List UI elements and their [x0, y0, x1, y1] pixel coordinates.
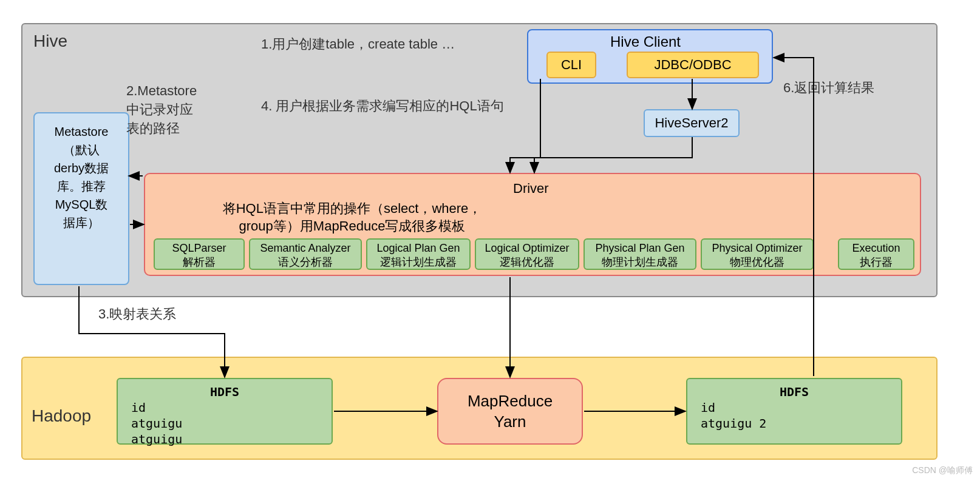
hdfs-box-right: HDFS id atguigu 2 [686, 378, 902, 445]
hdfs2-row1: id [701, 400, 888, 415]
hive-client-label: Hive Client [610, 33, 681, 50]
metastore-line4: 库。推荐 [35, 177, 128, 195]
hive-label: Hive [33, 32, 67, 51]
comp-execution: Execution执行器 [838, 238, 914, 270]
hdfs1-row1: id [131, 400, 318, 415]
hdfs2-row2: atguigu 2 [701, 415, 888, 431]
step-6: 6.返回计算结果 [783, 79, 874, 97]
metastore-line6: 据库） [35, 214, 128, 232]
hiveserver2-box: HiveServer2 [644, 109, 740, 137]
mapreduce-line1: MapReduce [438, 391, 582, 412]
metastore-line2: （默认 [35, 141, 128, 159]
watermark: CSDN @喻师傅 [912, 465, 973, 476]
metastore-line1: Metastore [35, 123, 128, 141]
hdfs1-row3: atguigu [131, 431, 318, 447]
driver-desc: 将HQL语言中常用的操作（select，where， group等）用MapRe… [206, 200, 498, 235]
driver-desc-line1: 将HQL语言中常用的操作（select，where， [223, 201, 482, 216]
driver-desc-line2: group等）用MapReduce写成很多模板 [239, 218, 466, 234]
cli-box: CLI [546, 52, 596, 78]
comp-semantic: Semantic Analyzer语义分析器 [249, 238, 362, 270]
comp-logical-plan: Logical Plan Gen逻辑计划生成器 [366, 238, 471, 270]
hdfs-box-left: HDFS id atguigu atguigu [117, 378, 333, 445]
step-1: 1.用户创建table，create table … [261, 35, 455, 53]
comp-physical-plan: Physical Plan Gen物理计划生成器 [584, 238, 696, 270]
hdfs-title-2: HDFS [701, 384, 888, 400]
metastore-line3: derby数据 [35, 159, 128, 177]
hdfs-title-1: HDFS [131, 384, 318, 400]
comp-logical-opt: Logical Optimizer逻辑优化器 [475, 238, 579, 270]
metastore-line5: MySQL数 [35, 195, 128, 214]
mapreduce-line2: Yarn [438, 412, 582, 432]
mapreduce-box: MapReduce Yarn [437, 378, 583, 445]
hdfs1-row2: atguigu [131, 415, 318, 431]
comp-physical-opt: Physical Optimizer物理优化器 [701, 238, 814, 270]
step-3: 3.映射表关系 [98, 305, 176, 323]
jdbc-box: JDBC/ODBC [627, 52, 759, 78]
comp-sqlparser: SQLParser解析器 [154, 238, 245, 270]
metastore-box: Metastore （默认 derby数据 库。推荐 MySQL数 据库） [33, 112, 129, 285]
step-4: 4. 用户根据业务需求编写相应的HQL语句 [261, 97, 504, 115]
hadoop-label: Hadoop [32, 406, 91, 426]
step-2: 2.Metastore中记录对应表的路径 [126, 82, 197, 138]
driver-label: Driver [513, 181, 549, 197]
